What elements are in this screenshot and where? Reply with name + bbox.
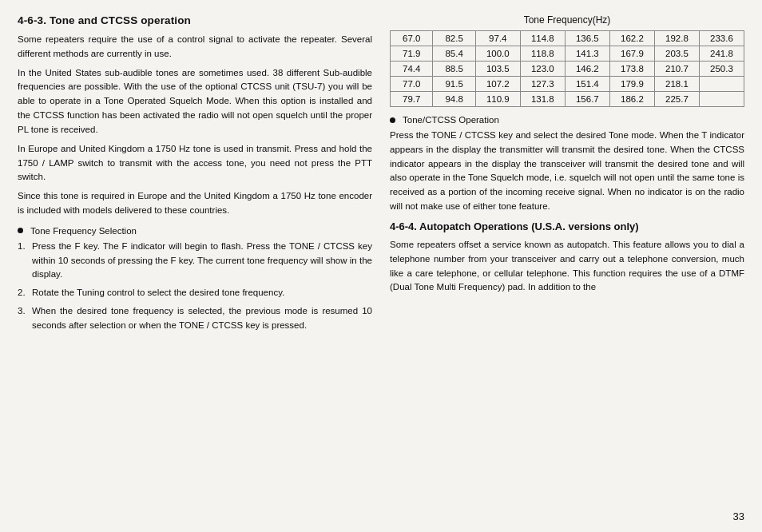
table-cell: 210.7 bbox=[654, 62, 699, 77]
table-cell: 103.5 bbox=[475, 62, 520, 77]
bullet-label: Tone Frequency Selection bbox=[30, 226, 137, 236]
bullet-title-tone-ctcss: Tone/CTCSS Operation bbox=[390, 115, 744, 125]
table-cell: 167.9 bbox=[609, 46, 654, 62]
table-row: 77.091.5107.2127.3151.4179.9218.1 bbox=[391, 77, 744, 92]
table-cell: 107.2 bbox=[475, 77, 520, 92]
list-text-2: Rotate the Tuning control to select the … bbox=[32, 288, 284, 297]
intro-para-1: Some repeaters require the use of a cont… bbox=[18, 33, 372, 62]
tone-ctcss-text: Press the TONE / CTCSS key and select th… bbox=[390, 129, 744, 214]
list-item-1: 1. Press the F key. The F indicator will… bbox=[18, 240, 372, 282]
list-text-1: Press the F key. The F indicator will be… bbox=[32, 241, 372, 280]
table-title: Tone Frequency(Hz) bbox=[390, 14, 744, 26]
bullet-title-tone-freq: Tone Frequency Selection bbox=[18, 226, 372, 236]
table-cell: 173.8 bbox=[609, 62, 654, 77]
list-num-2: 2. bbox=[18, 286, 26, 300]
list-num-3: 3. bbox=[18, 304, 26, 319]
list-num-1: 1. bbox=[18, 240, 26, 254]
table-cell: 146.2 bbox=[565, 62, 609, 77]
table-cell: 127.3 bbox=[520, 77, 565, 92]
table-row: 71.985.4100.0118.8141.3167.9203.5241.8 bbox=[391, 46, 744, 62]
list-text-3: When the desired tone frequency is selec… bbox=[32, 306, 372, 330]
table-cell: 179.9 bbox=[609, 77, 654, 92]
table-cell: 91.5 bbox=[433, 77, 475, 92]
table-cell: 85.4 bbox=[433, 46, 475, 62]
section-title-463: 4-6-3. Tone and CTCSS operation bbox=[18, 14, 372, 26]
table-cell: 79.7 bbox=[391, 92, 433, 107]
table-cell: 136.5 bbox=[565, 31, 609, 46]
bullet-icon bbox=[18, 228, 23, 233]
freq-table: 67.082.597.4114.8136.5162.2192.8233.671.… bbox=[390, 30, 744, 107]
bullet-icon-2 bbox=[390, 117, 395, 123]
table-row: 79.794.8110.9131.8156.7186.2225.7 bbox=[391, 92, 744, 107]
table-cell: 131.8 bbox=[520, 92, 565, 107]
table-cell: 100.0 bbox=[475, 46, 520, 62]
table-cell: 162.2 bbox=[609, 31, 654, 46]
table-cell: 233.6 bbox=[699, 31, 744, 46]
tone-freq-list: 1. Press the F key. The F indicator will… bbox=[18, 240, 372, 333]
list-item-3: 3. When the desired tone frequency is se… bbox=[18, 304, 372, 333]
table-row: 74.488.5103.5123.0146.2173.8210.7250.3 bbox=[391, 62, 744, 77]
table-cell bbox=[699, 92, 744, 107]
freq-table-body: 67.082.597.4114.8136.5162.2192.8233.671.… bbox=[391, 31, 744, 107]
page: 4-6-3. Tone and CTCSS operation Some rep… bbox=[0, 0, 762, 532]
table-cell: 225.7 bbox=[654, 92, 699, 107]
right-column: Tone Frequency(Hz) 67.082.597.4114.8136.… bbox=[390, 14, 744, 521]
intro-para-4: Since this tone is required in Europe an… bbox=[18, 189, 372, 218]
table-cell: 156.7 bbox=[565, 92, 609, 107]
table-cell: 186.2 bbox=[609, 92, 654, 107]
table-cell: 110.9 bbox=[475, 92, 520, 107]
table-cell: 192.8 bbox=[654, 31, 699, 46]
table-row: 67.082.597.4114.8136.5162.2192.8233.6 bbox=[391, 31, 744, 46]
table-cell: 203.5 bbox=[654, 46, 699, 62]
table-cell bbox=[699, 77, 744, 92]
table-cell: 97.4 bbox=[475, 31, 520, 46]
table-cell: 141.3 bbox=[565, 46, 609, 62]
section-title-464: 4-6-4. Autopatch Operations (U.S.A. vers… bbox=[390, 220, 744, 232]
table-cell: 77.0 bbox=[391, 77, 433, 92]
table-cell: 218.1 bbox=[654, 77, 699, 92]
bullet-label-2: Tone/CTCSS Operation bbox=[403, 115, 499, 125]
tone-freq-selection-section: Tone Frequency Selection 1. Press the F … bbox=[18, 226, 372, 333]
page-number: 33 bbox=[733, 510, 744, 522]
table-cell: 74.4 bbox=[391, 62, 433, 77]
table-cell: 67.0 bbox=[391, 31, 433, 46]
table-cell: 88.5 bbox=[433, 62, 475, 77]
table-cell: 123.0 bbox=[520, 62, 565, 77]
table-cell: 114.8 bbox=[520, 31, 565, 46]
table-cell: 118.8 bbox=[520, 46, 565, 62]
content-area: 4-6-3. Tone and CTCSS operation Some rep… bbox=[18, 14, 744, 521]
table-cell: 82.5 bbox=[433, 31, 475, 46]
table-cell: 151.4 bbox=[565, 77, 609, 92]
table-cell: 241.8 bbox=[699, 46, 744, 62]
table-cell: 250.3 bbox=[699, 62, 744, 77]
list-item-2: 2. Rotate the Tuning control to select t… bbox=[18, 286, 372, 300]
autopatch-text: Some repeaters offset a service known as… bbox=[390, 238, 744, 295]
table-cell: 71.9 bbox=[391, 46, 433, 62]
intro-para-2: In the United States sub-audible tones a… bbox=[18, 66, 372, 137]
intro-para-3: In Europe and United Kingdom a 1750 Hz t… bbox=[18, 142, 372, 185]
left-column: 4-6-3. Tone and CTCSS operation Some rep… bbox=[18, 14, 372, 521]
tone-ctcss-section: Tone/CTCSS Operation Press the TONE / CT… bbox=[390, 115, 744, 214]
table-cell: 94.8 bbox=[433, 92, 475, 107]
